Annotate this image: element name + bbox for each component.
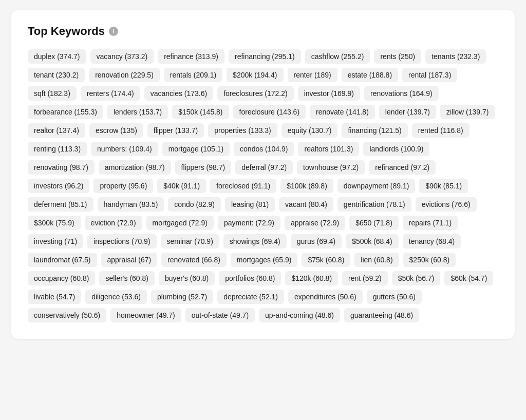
keyword-tag[interactable]: laundromat (67.5) [28,253,97,267]
keyword-tag[interactable]: $250k (60.8) [403,253,456,267]
keyword-tag[interactable]: $500k (68.4) [346,234,399,249]
keyword-tag[interactable]: realtors (101.3) [298,142,359,156]
keyword-tag[interactable]: mortgages (65.9) [231,253,298,267]
keyword-tag[interactable]: renovated (66.8) [161,253,227,267]
keyword-tag[interactable]: foreclosed (91.1) [210,179,276,193]
keyword-tag[interactable]: duplex (374.7) [28,49,86,64]
keyword-tag[interactable]: conservatively (50.6) [28,308,106,322]
keyword-tag[interactable]: renter (189) [288,68,337,82]
keyword-tag[interactable]: leasing (81) [225,197,275,212]
keyword-tag[interactable]: up-and-coming (48.6) [259,308,340,322]
keyword-tag[interactable]: renovations (164.9) [364,86,439,101]
keyword-tag[interactable]: buyer's (60.8) [159,271,215,285]
keyword-tag[interactable]: refinancing (295.1) [229,49,301,64]
keyword-tag[interactable]: homeowner (49.7) [110,308,181,322]
keyword-tag[interactable]: $200k (194.4) [227,68,283,82]
keyword-tag[interactable]: $150k (145.8) [172,105,229,119]
keyword-tag[interactable]: foreclosures (172.2) [217,86,294,101]
keyword-tag[interactable]: rented (116.8) [412,123,469,138]
keyword-tag[interactable]: properties (133.3) [208,123,277,138]
keyword-tag[interactable]: deferment (85.1) [28,197,93,212]
keyword-tag[interactable]: foreclosure (143.6) [233,105,306,119]
keyword-tag[interactable]: vacancy (373.2) [90,49,154,64]
keyword-tag[interactable]: vacancies (173.6) [144,86,214,101]
keyword-tag[interactable]: condos (104.9) [234,142,294,156]
keyword-tag[interactable]: out-of-state (49.7) [185,308,255,322]
keyword-tag[interactable]: $50k (56.7) [392,271,441,285]
keyword-tag[interactable]: rents (250) [374,49,421,64]
keyword-tag[interactable]: tenant (230.2) [28,68,85,82]
keyword-tag[interactable]: cashflow (255.2) [305,49,370,64]
keyword-tag[interactable]: appraise (72.9) [285,216,345,230]
keyword-tag[interactable]: investing (71) [28,234,83,249]
keyword-tag[interactable]: financing (121.5) [342,123,407,138]
keyword-tag[interactable]: evictions (76.6) [416,197,477,212]
keyword-tag[interactable]: realtor (137.4) [28,123,85,138]
keyword-tag[interactable]: flipper (133.7) [147,123,204,138]
keyword-tag[interactable]: equity (130.7) [281,123,338,138]
keyword-tag[interactable]: renovate (141.8) [310,105,375,119]
keyword-tag[interactable]: investor (169.9) [298,86,360,101]
keyword-tag[interactable]: townhouse (97.2) [297,160,365,175]
keyword-tag[interactable]: lender (139.7) [379,105,436,119]
keyword-tag[interactable]: payment: (72.9) [218,216,280,230]
keyword-tag[interactable]: plumbing (52.7) [151,290,213,304]
keyword-tag[interactable]: flippers (98.7) [175,160,232,175]
keyword-tag[interactable]: refinanced (97.2) [369,160,436,175]
keyword-tag[interactable]: seller's (60.8) [99,271,155,285]
keyword-tag[interactable]: $650 (71.8) [349,216,399,230]
keyword-tag[interactable]: rental (187.3) [402,68,457,82]
keyword-tag[interactable]: escrow (135) [89,123,143,138]
keyword-tag[interactable]: mortgaged (72.9) [146,216,214,230]
keyword-tag[interactable]: vacant (80.4) [279,197,333,212]
keyword-tag[interactable]: showings (69.4) [223,234,287,249]
keyword-tag[interactable]: condo (82.9) [168,197,221,212]
info-icon[interactable]: i [109,27,118,36]
keyword-tag[interactable]: $100k (89.8) [280,179,333,193]
keyword-tag[interactable]: inspections (70.9) [87,234,157,249]
keyword-tag[interactable]: gutters (50.6) [367,290,422,304]
keyword-tag[interactable]: expenditures (50.6) [288,290,363,304]
keyword-tag[interactable]: deferral (97.2) [235,160,293,175]
keyword-tag[interactable]: numbers: (109.4) [91,142,158,156]
keyword-tag[interactable]: repairs (71.1) [403,216,458,230]
keyword-tag[interactable]: rentals (209.1) [164,68,222,82]
keyword-tag[interactable]: occupancy (60.8) [28,271,95,285]
keyword-tag[interactable]: lenders (153.7) [107,105,168,119]
keyword-tag[interactable]: $90k (85.1) [419,179,468,193]
keyword-tag[interactable]: seminar (70.9) [161,234,219,249]
keyword-tag[interactable]: appraisal (67) [101,253,158,267]
keyword-tag[interactable]: handyman (83.5) [98,197,164,212]
keyword-tag[interactable]: downpayment (89.1) [337,179,416,193]
keyword-tag[interactable]: tenancy (68.4) [403,234,461,249]
keyword-tag[interactable]: guaranteeing (48.6) [344,308,419,322]
keyword-tag[interactable]: landlords (100.9) [363,142,429,156]
keyword-tag[interactable]: gentrification (78.1) [337,197,411,212]
keyword-tag[interactable]: $120k (60.8) [285,271,338,285]
keyword-tag[interactable]: diligence (53.6) [85,290,147,304]
keyword-tag[interactable]: zillow (139.7) [440,105,495,119]
keyword-tag[interactable]: sqft (182.3) [28,86,77,101]
keyword-tag[interactable]: livable (54.7) [28,290,81,304]
keyword-tag[interactable]: $40k (91.1) [157,179,206,193]
keyword-tag[interactable]: rent (59.2) [342,271,388,285]
keyword-tag[interactable]: renovation (229.5) [89,68,160,82]
keyword-tag[interactable]: eviction (72.9) [85,216,142,230]
keyword-tag[interactable]: $75k (60.8) [302,253,350,267]
keyword-tag[interactable]: refinance (313.9) [158,49,224,64]
keyword-tag[interactable]: renters (174.4) [81,86,140,101]
keyword-tag[interactable]: estate (188.8) [342,68,398,82]
keyword-tag[interactable]: forbearance (155.3) [28,105,103,119]
keyword-tag[interactable]: mortgage (105.1) [162,142,230,156]
keyword-tag[interactable]: gurus (69.4) [291,234,342,249]
keyword-tag[interactable]: depreciate (52.1) [217,290,284,304]
keyword-tag[interactable]: $60k (54.7) [444,271,493,285]
keyword-tag[interactable]: tenants (232.3) [425,49,486,64]
keyword-tag[interactable]: $300k (75.9) [28,216,81,230]
keyword-tag[interactable]: investors (96.2) [28,179,89,193]
keyword-tag[interactable]: amortization (98.7) [99,160,171,175]
keyword-tag[interactable]: renting (113.3) [28,142,87,156]
keyword-tag[interactable]: portfolios (60.8) [219,271,281,285]
keyword-tag[interactable]: property (95.6) [93,179,153,193]
keyword-tag[interactable]: lien (60.8) [354,253,399,267]
